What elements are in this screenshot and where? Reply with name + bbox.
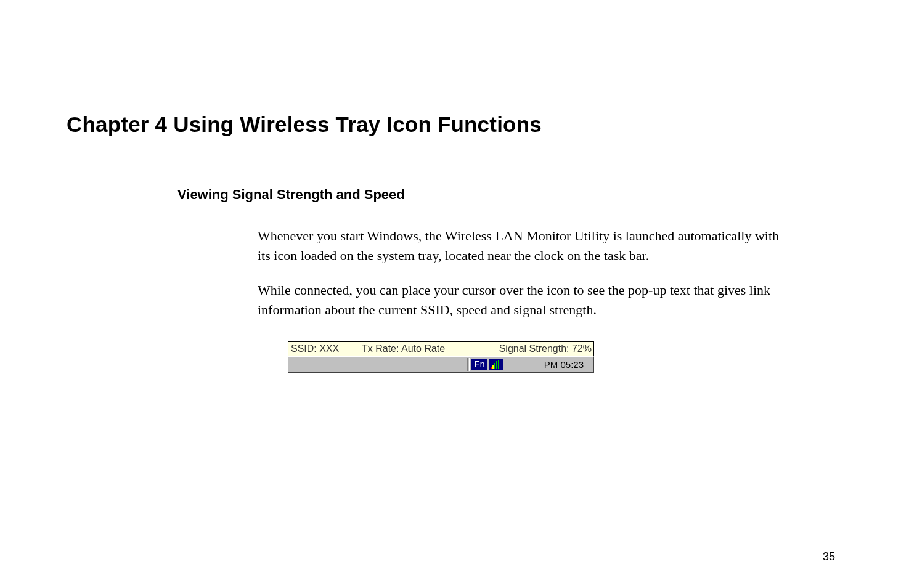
section-title-text: Viewing Signal Strength and Speed [177,187,405,202]
signal-bar-3 [494,363,495,369]
signal-bar-5 [498,360,499,369]
language-indicator[interactable]: En [471,359,487,370]
system-tray-screenshot: SSID: XXX Tx Rate: Auto Rate Signal Stre… [288,341,594,373]
signal-bars-icon [491,360,499,369]
chapter-title: Chapter 4 Using Wireless Tray Icon Funct… [67,112,542,137]
tooltip-ssid: SSID: XXX [291,343,339,354]
page-number: 35 [823,550,835,563]
signal-bar-2 [492,365,494,369]
body-paragraph-1: Whenever you start Windows, the Wireless… [258,226,788,266]
wireless-tooltip: SSID: XXX Tx Rate: Auto Rate Signal Stre… [288,341,594,356]
wireless-signal-icon[interactable] [489,359,503,370]
body-paragraph-2: While connected, you can place your curs… [258,280,812,320]
taskbar: En PM 05:23 [288,356,594,373]
chapter-title-text: Chapter 4 Using Wireless Tray Icon Funct… [67,112,542,136]
section-title: Viewing Signal Strength and Speed [177,187,405,203]
taskbar-divider [467,358,470,371]
signal-bar-1 [491,367,492,369]
tooltip-tx-rate: Tx Rate: Auto Rate [362,343,445,354]
tooltip-signal-strength: Signal Strength: 72% [499,343,592,354]
signal-bar-4 [496,361,497,369]
taskbar-clock: PM 05:23 [544,359,584,370]
